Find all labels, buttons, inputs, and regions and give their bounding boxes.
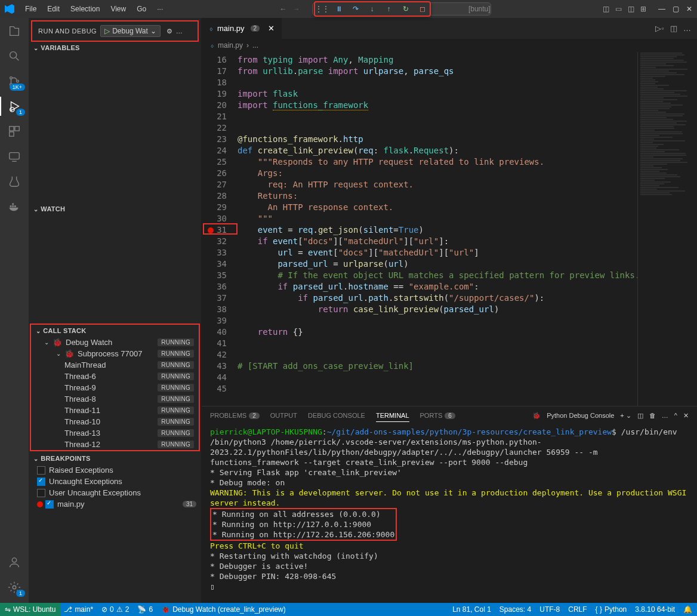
breakpoints-section[interactable]: ⌄BREAKPOINTS xyxy=(29,452,201,464)
menu-view[interactable]: View xyxy=(106,2,131,16)
svg-point-1 xyxy=(10,77,13,79)
menu-go[interactable]: Go xyxy=(132,2,151,16)
toggle-sidebar-icon[interactable]: ◫ xyxy=(628,5,634,13)
terminal-content[interactable]: pierrick@LAPTOP-HKU5PNNG:~/git/add-ons-s… xyxy=(202,424,697,603)
breakpoint-item[interactable]: Raised Exceptions xyxy=(29,464,201,476)
close-panel-icon[interactable]: ✕ xyxy=(683,412,689,420)
callstack-item[interactable]: Thread-9RUNNING xyxy=(31,382,199,393)
svg-rect-6 xyxy=(15,127,19,131)
source-control-icon[interactable]: 1K+ xyxy=(7,74,21,88)
callstack-item[interactable]: Thread-8RUNNING xyxy=(31,393,199,405)
minimize-icon[interactable]: — xyxy=(658,5,665,13)
editor-tabs: ⬨ main.py 2 ✕ ▷◦ ◫ … xyxy=(202,18,697,39)
tab-debug-console[interactable]: DEBUG CONSOLE xyxy=(308,409,365,421)
svg-rect-11 xyxy=(14,205,16,207)
drag-handle-icon[interactable]: ⋮⋮ xyxy=(317,4,327,14)
encoding[interactable]: UTF-8 xyxy=(539,605,560,614)
breadcrumb[interactable]: ⬨ main.py › ... xyxy=(202,39,697,52)
play-icon: ▷ xyxy=(104,27,110,35)
problems-indicator[interactable]: ⊘ 0 ⚠ 2 xyxy=(101,605,129,614)
variables-section[interactable]: ⌄VARIABLES xyxy=(29,42,201,54)
callstack-item[interactable]: ⌄ 🐞Debug WatchRUNNING xyxy=(31,337,199,348)
more-icon[interactable]: … xyxy=(662,412,668,419)
watch-section[interactable]: ⌄WATCH xyxy=(29,203,201,215)
more-icon[interactable]: … xyxy=(176,27,183,35)
callstack-item[interactable]: Thread-13RUNNING xyxy=(31,427,199,439)
close-tab-icon[interactable]: ✕ xyxy=(268,24,275,33)
toggle-panel2-icon[interactable]: ▭ xyxy=(615,5,622,13)
callstack-section[interactable]: ⌄CALL STACK xyxy=(31,325,199,337)
remote-indicator[interactable]: ⇋WSL: Ubuntu xyxy=(0,603,60,616)
nav-forward-icon[interactable]: → xyxy=(293,5,300,13)
language-mode[interactable]: { } Python xyxy=(596,605,627,614)
callstack-item[interactable]: Thread-6RUNNING xyxy=(31,371,199,382)
kill-terminal-icon[interactable]: 🗑 xyxy=(649,412,656,419)
svg-point-14 xyxy=(13,586,16,589)
indentation[interactable]: Spaces: 4 xyxy=(499,605,531,614)
debug-toolbar: ⋮⋮ ⏸ ↷ ↓ ↑ ↻ ◻ xyxy=(314,1,431,17)
svg-rect-8 xyxy=(10,153,20,159)
callstack-item[interactable]: Thread-12RUNNING xyxy=(31,439,199,450)
tab-problems[interactable]: PROBLEMS2 xyxy=(210,409,260,421)
stop-icon[interactable]: ◻ xyxy=(418,4,427,14)
maximize-icon[interactable]: ▢ xyxy=(673,5,679,13)
sidebar: RUN AND DEBUG ▷ Debug Wat ⌄ ⚙ … ⌄VARIABL… xyxy=(29,18,202,603)
svg-rect-10 xyxy=(12,205,14,207)
eol[interactable]: CRLF xyxy=(568,605,587,614)
accounts-icon[interactable] xyxy=(7,555,21,569)
code-editor[interactable]: 1617181920212223242526272829303132333435… xyxy=(202,52,637,406)
testing-icon[interactable] xyxy=(7,174,21,189)
callstack-item[interactable]: Thread-10RUNNING xyxy=(31,416,199,427)
restart-icon[interactable]: ↻ xyxy=(401,4,411,14)
customize-layout-icon[interactable]: ⊞ xyxy=(640,5,646,13)
menu-selection[interactable]: Selection xyxy=(66,2,104,16)
debug-config-dropdown[interactable]: ▷ Debug Wat ⌄ xyxy=(100,25,161,37)
debug-status[interactable]: 🐞 Debug Watch (create_link_preview) xyxy=(161,605,286,614)
split-icon[interactable]: ◫ xyxy=(670,24,677,33)
svg-rect-12 xyxy=(12,204,14,205)
new-terminal-icon[interactable]: + ⌄ xyxy=(620,412,631,420)
ports-indicator[interactable]: 📡 6 xyxy=(137,605,153,614)
search-icon[interactable] xyxy=(7,49,21,63)
toggle-panel-icon[interactable]: ◫ xyxy=(603,5,609,13)
explorer-icon[interactable] xyxy=(7,24,21,38)
menu-edit[interactable]: Edit xyxy=(42,2,64,16)
tab-ports[interactable]: PORTS6 xyxy=(420,409,455,421)
tab-main-py[interactable]: ⬨ main.py 2 ✕ xyxy=(202,18,282,39)
step-out-icon[interactable]: ↑ xyxy=(384,4,394,14)
run-debug-icon[interactable]: 1 xyxy=(7,99,21,113)
docker-icon[interactable] xyxy=(7,199,21,214)
split-terminal-icon[interactable]: ◫ xyxy=(637,412,643,420)
maximize-panel-icon[interactable]: ^ xyxy=(674,412,677,419)
python-version[interactable]: 3.8.10 64-bit xyxy=(635,605,675,614)
breakpoint-item[interactable]: main.py31 xyxy=(29,498,201,510)
menu-more[interactable]: ··· xyxy=(152,2,168,16)
step-over-icon[interactable]: ↷ xyxy=(351,4,360,14)
notifications-icon[interactable]: 🔔 xyxy=(683,605,692,614)
close-icon[interactable]: ✕ xyxy=(686,5,692,13)
tab-output[interactable]: OUTPUT xyxy=(270,409,297,421)
pause-icon[interactable]: ⏸ xyxy=(334,4,344,14)
cursor-position[interactable]: Ln 81, Col 1 xyxy=(452,605,491,614)
nav-back-icon[interactable]: ← xyxy=(280,5,287,13)
minimap[interactable] xyxy=(637,52,697,406)
step-into-icon[interactable]: ↓ xyxy=(368,4,377,14)
editor-area: ⬨ main.py 2 ✕ ▷◦ ◫ … ⬨ main.py › ... 161… xyxy=(202,18,697,603)
callstack-item[interactable]: ⌄ 🐞Subprocess 77007RUNNING xyxy=(31,348,199,359)
menu-file[interactable]: File xyxy=(20,2,41,16)
breakpoint-item[interactable]: User Uncaught Exceptions xyxy=(29,487,201,498)
breakpoint-item[interactable]: Uncaught Exceptions xyxy=(29,476,201,487)
callstack-item[interactable]: MainThreadRUNNING xyxy=(31,359,199,371)
title-bar: File Edit Selection View Go ··· ← → [bun… xyxy=(0,0,697,18)
callstack-item[interactable]: Thread-11RUNNING xyxy=(31,405,199,416)
extensions-icon[interactable] xyxy=(7,124,21,138)
python-file-icon: ⬨ xyxy=(209,24,214,33)
more-icon[interactable]: … xyxy=(683,24,691,33)
run-icon[interactable]: ▷◦ xyxy=(655,24,664,33)
remote-explorer-icon[interactable] xyxy=(7,149,21,164)
tab-terminal[interactable]: TERMINAL xyxy=(376,409,409,422)
settings-icon[interactable]: 1 xyxy=(7,580,21,595)
terminal-profile[interactable]: Python Debug Console xyxy=(547,412,614,419)
branch-indicator[interactable]: ⎇main* xyxy=(64,605,93,614)
gear-icon[interactable]: ⚙ xyxy=(166,27,172,35)
